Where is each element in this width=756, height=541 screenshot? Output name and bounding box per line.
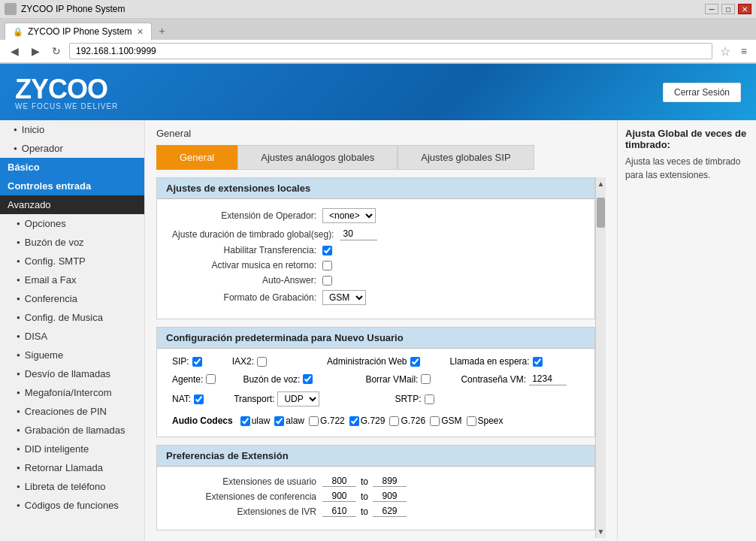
autoanswer-checkbox[interactable] — [322, 276, 332, 286]
bullet-icon: ● — [17, 258, 20, 264]
codec-g726-checkbox[interactable] — [389, 416, 399, 426]
field-timbrado: Ajuste duración de timbrado global(seg): — [172, 228, 579, 240]
sip-label: SIP: — [172, 356, 189, 367]
logout-button[interactable]: Cerrar Sesión — [663, 83, 741, 102]
config-row-3: NAT: Transport: UDP TCP TLS — [172, 391, 579, 407]
codec-ulaw-label: ulaw — [252, 416, 271, 426]
tab-analogos[interactable]: Ajustes análogos globales — [237, 145, 398, 170]
ext-user-to[interactable] — [373, 476, 407, 487]
sidebar-item-musica[interactable]: ● Config. de Musica — [0, 308, 144, 327]
close-button[interactable]: ✕ — [738, 4, 751, 14]
admin-web-checkbox[interactable] — [410, 357, 420, 367]
buzon-voz-checkbox[interactable] — [303, 374, 313, 384]
admin-web-cell: Administración Web — [327, 356, 420, 367]
sidebar-item-grabacion[interactable]: ● Grabación de llamadas — [0, 421, 144, 440]
buzon-voz-label: Buzón de voz: — [243, 374, 300, 385]
contrasena-vm-input[interactable] — [529, 373, 567, 385]
audio-codecs-label: Audio Codecs — [172, 416, 233, 426]
ext-conf-to[interactable] — [373, 491, 407, 502]
scroll-track[interactable] — [596, 190, 606, 525]
new-tab-button[interactable]: + — [153, 22, 171, 40]
sidebar-label-inicio: Inicio — [22, 124, 44, 135]
bookmark-icon[interactable]: ☆ — [717, 44, 733, 59]
minimize-button[interactable]: ─ — [705, 4, 718, 14]
ext-ivr-to[interactable] — [373, 506, 407, 517]
llamada-espera-checkbox[interactable] — [533, 357, 543, 367]
ext-user-from[interactable] — [322, 476, 356, 487]
codec-g722-checkbox[interactable] — [309, 416, 319, 426]
ext-ivr-from[interactable] — [322, 506, 356, 517]
sidebar-item-conferencia[interactable]: ● Conferencia — [0, 289, 144, 308]
ext-user-to-label: to — [361, 476, 368, 487]
codec-alaw-checkbox[interactable] — [274, 416, 284, 426]
sidebar-item-megafonia[interactable]: ● Megafonía/Intercom — [0, 383, 144, 402]
sidebar-item-disa[interactable]: ● DISA — [0, 327, 144, 346]
section-extensions-body: Extensión de Operador: <none> Ajuste dur… — [157, 199, 594, 319]
sidebar-item-inicio[interactable]: ● Inicio — [0, 120, 144, 139]
info-panel: Ajusta Global de veces de timbrado: Ajus… — [617, 120, 756, 541]
sip-checkbox[interactable] — [192, 357, 202, 367]
sidebar-item-basico[interactable]: Básico — [0, 158, 144, 177]
sidebar-item-did[interactable]: ● DID inteligente — [0, 440, 144, 458]
extension-operador-select[interactable]: <none> — [322, 208, 376, 223]
reload-button[interactable]: ↻ — [48, 43, 65, 59]
sidebar-item-sigueme[interactable]: ● Sigueme — [0, 346, 144, 364]
musica-checkbox[interactable] — [322, 261, 332, 270]
srtp-checkbox[interactable] — [425, 394, 434, 404]
iax2-checkbox[interactable] — [257, 357, 267, 367]
sidebar-label-sigueme: Sigueme — [25, 349, 63, 361]
sidebar-item-libreta[interactable]: ● Libreta de teléfono — [0, 477, 144, 496]
sidebar-item-buzon[interactable]: ● Buzón de voz — [0, 233, 144, 252]
sidebar-item-email-fax[interactable]: ● Email a Fax — [0, 270, 144, 289]
sidebar-item-retornar[interactable]: ● Retornar Llamada — [0, 458, 144, 477]
scroll-thumb[interactable] — [597, 198, 605, 228]
bullet-icon: ● — [17, 220, 20, 227]
sidebar-item-opciones[interactable]: ● Opciones — [0, 214, 144, 233]
borrar-vmail-label: Borrar VMail: — [365, 374, 418, 385]
codec-speex-checkbox[interactable] — [467, 416, 476, 426]
section-ext-prefs: Preferencias de Extensión Extensiones de… — [156, 445, 595, 530]
ext-conf-from[interactable] — [322, 491, 356, 502]
tab-sip[interactable]: Ajustes globales SIP — [398, 145, 534, 170]
forward-button[interactable]: ▶ — [27, 43, 44, 59]
ext-ivr-label: Extensiones de IVR — [172, 506, 322, 517]
sidebar-item-operador[interactable]: ● Operador — [0, 139, 144, 158]
chrome-menu-icon[interactable]: ≡ — [738, 45, 750, 57]
sidebar-item-controles[interactable]: Controles entrada — [0, 177, 144, 195]
codec-ulaw-checkbox[interactable] — [240, 416, 250, 426]
extension-operador-label: Extensión de Operador: — [172, 210, 322, 221]
section-ext-prefs-header: Preferencias de Extensión — [157, 446, 594, 467]
transport-select[interactable]: UDP TCP TLS — [277, 391, 319, 407]
back-button[interactable]: ◀ — [6, 43, 23, 59]
maximize-button[interactable]: □ — [721, 4, 735, 14]
sidebar-item-smtp[interactable]: ● Config. SMTP — [0, 252, 144, 270]
sidebar-label-megafonia: Megafonía/Intercom — [25, 387, 112, 398]
nat-checkbox[interactable] — [194, 394, 204, 404]
grabacion-select[interactable]: GSM WAV — [322, 290, 366, 305]
scroll-up-button[interactable]: ▲ — [597, 177, 605, 190]
sidebar-item-pin[interactable]: ● Creaciones de PIN — [0, 402, 144, 421]
codec-g729-checkbox[interactable] — [349, 416, 359, 426]
agente-checkbox[interactable] — [206, 374, 216, 384]
codec-g722: G.722 — [309, 416, 345, 426]
tab-general[interactable]: General — [156, 145, 237, 170]
sidebar-label-disa: DISA — [25, 331, 47, 342]
sidebar-label-pin: Creaciones de PIN — [25, 406, 107, 417]
browser-tab[interactable]: 🔒 ZYCOO IP Phone System ✕ — [5, 23, 152, 40]
sidebar-item-avanzado[interactable]: Avanzado — [0, 195, 144, 214]
sidebar-item-codigos[interactable]: ● Códigos de funciones — [0, 496, 144, 515]
section-extensions: Ajustes de extensiones locales Extensión… — [156, 177, 595, 319]
codec-gsm-checkbox[interactable] — [430, 416, 440, 426]
address-bar[interactable] — [69, 43, 712, 59]
scrollbar[interactable]: ▲ ▼ — [595, 177, 606, 538]
bullet-icon: ● — [17, 464, 20, 471]
sidebar-item-desvio[interactable]: ● Desvío de llamadas — [0, 364, 144, 383]
scroll-down-button[interactable]: ▼ — [597, 525, 605, 538]
timbrado-input[interactable] — [340, 228, 377, 240]
sidebar-label-grabacion: Grabación de llamadas — [25, 425, 125, 436]
transferencia-checkbox[interactable] — [322, 246, 332, 255]
borrar-vmail-checkbox[interactable] — [421, 374, 431, 384]
audio-codecs-row: Audio Codecs ulaw alaw — [172, 413, 579, 429]
tab-close-button[interactable]: ✕ — [137, 27, 144, 37]
codec-g729: G.729 — [349, 416, 386, 426]
